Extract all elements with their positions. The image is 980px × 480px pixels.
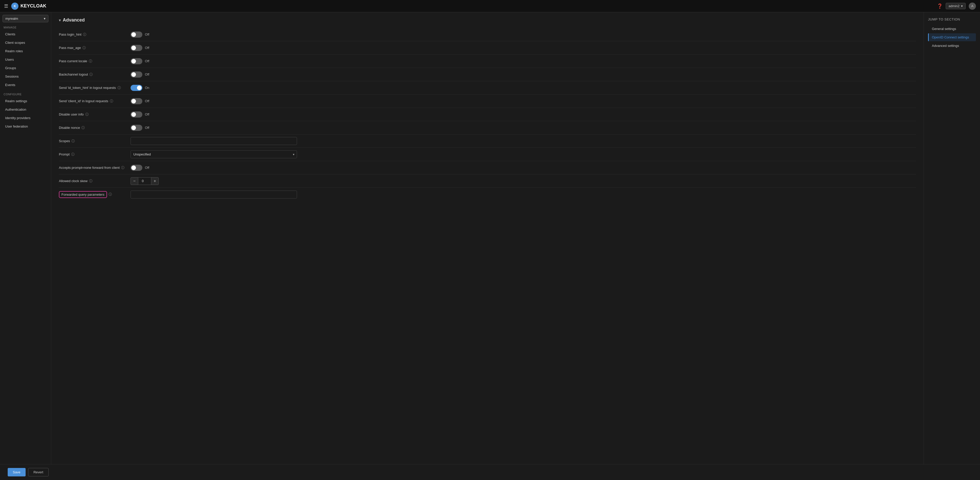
disable-nonce-label: Disable nonce bbox=[59, 126, 80, 129]
backchannel-logout-help-icon[interactable]: ⓘ bbox=[89, 72, 93, 77]
scopes-label: Scopes bbox=[59, 139, 70, 143]
save-button[interactable]: Save bbox=[8, 468, 25, 477]
right-panel: Jump to section General settings OpenID … bbox=[924, 12, 980, 464]
pass-max-age-value: Off bbox=[145, 46, 149, 50]
clock-skew-increment-button[interactable]: + bbox=[151, 177, 159, 185]
pass-current-locale-label: Pass current locale bbox=[59, 59, 87, 63]
field-pass-login-hint: Pass login_hint ⓘ Off bbox=[59, 28, 916, 41]
accepts-prompt-none-toggle[interactable] bbox=[130, 165, 142, 171]
field-accepts-prompt-none: Accepts prompt=none forward from client … bbox=[59, 161, 916, 174]
jump-advanced-settings[interactable]: Advanced settings bbox=[928, 42, 976, 50]
disable-user-info-help-icon[interactable]: ⓘ bbox=[85, 112, 89, 117]
menu-icon[interactable]: ☰ bbox=[4, 3, 8, 9]
disable-nonce-toggle[interactable] bbox=[130, 125, 142, 131]
accepts-prompt-none-value: Off bbox=[145, 166, 149, 169]
username-label: admin2 bbox=[948, 4, 959, 8]
scopes-input[interactable] bbox=[130, 137, 297, 145]
prompt-label: Prompt bbox=[59, 152, 70, 156]
forwarded-query-parameters-input[interactable] bbox=[130, 191, 297, 198]
sidebar-item-user-federation[interactable]: User federation bbox=[2, 123, 49, 131]
field-prompt: Prompt ⓘ Unspecified None Login Consent … bbox=[59, 148, 916, 161]
send-client-id-toggle[interactable] bbox=[130, 98, 142, 104]
field-backchannel-logout: Backchannel logout ⓘ Off bbox=[59, 68, 916, 81]
user-menu[interactable]: admin2 ▾ bbox=[946, 3, 966, 9]
advanced-chevron-icon: ▾ bbox=[59, 18, 60, 22]
pass-max-age-label: Pass max_age bbox=[59, 46, 81, 50]
sidebar-item-clients[interactable]: Clients bbox=[2, 30, 49, 38]
field-scopes: Scopes ⓘ bbox=[59, 134, 916, 148]
pass-current-locale-toggle[interactable] bbox=[130, 58, 142, 64]
disable-user-info-label: Disable user info bbox=[59, 112, 84, 116]
send-client-id-help-icon[interactable]: ⓘ bbox=[110, 99, 113, 104]
clock-skew-decrement-button[interactable]: − bbox=[130, 177, 138, 185]
sidebar-item-users[interactable]: Users bbox=[2, 56, 49, 64]
field-forwarded-query-parameters: Forwarded query parameters ⓘ bbox=[59, 188, 916, 201]
send-id-token-hint-value: On bbox=[145, 86, 149, 90]
clock-skew-input[interactable] bbox=[138, 177, 151, 185]
topbar-logo: K KEYCLOAK bbox=[11, 3, 937, 10]
sidebar-item-sessions[interactable]: Sessions bbox=[2, 72, 49, 80]
sidebar-item-client-scopes[interactable]: Client scopes bbox=[2, 39, 49, 46]
field-pass-max-age: Pass max_age ⓘ Off bbox=[59, 41, 916, 54]
advanced-section-header[interactable]: ▾ Advanced bbox=[59, 18, 916, 23]
jump-openid-connect-settings[interactable]: OpenID Connect settings bbox=[928, 33, 976, 41]
advanced-section-title: Advanced bbox=[63, 18, 85, 23]
sidebar-item-authentication[interactable]: Authentication bbox=[2, 105, 49, 113]
revert-button[interactable]: Revert bbox=[28, 468, 49, 477]
sidebar-item-events[interactable]: Events bbox=[2, 81, 49, 89]
pass-current-locale-help-icon[interactable]: ⓘ bbox=[89, 59, 92, 64]
layout: myrealm ▾ Manage Clients Client scopes R… bbox=[0, 12, 980, 464]
main: ▾ Advanced Pass login_hint ⓘ Off bbox=[51, 12, 980, 464]
pass-login-hint-help-icon[interactable]: ⓘ bbox=[83, 32, 86, 37]
logo-icon: K bbox=[11, 3, 18, 10]
forwarded-query-parameters-label: Forwarded query parameters bbox=[59, 191, 107, 198]
jump-general-settings[interactable]: General settings bbox=[928, 25, 976, 33]
configure-section-label: Configure bbox=[0, 89, 51, 97]
send-id-token-hint-label: Send 'id_token_hint' in logout requests bbox=[59, 86, 116, 90]
allowed-clock-skew-label: Allowed clock skew bbox=[59, 179, 88, 183]
pass-login-hint-label: Pass login_hint bbox=[59, 32, 81, 37]
forwarded-query-parameters-help-icon[interactable]: ⓘ bbox=[108, 192, 112, 197]
sidebar-item-identity-providers[interactable]: Identity providers bbox=[2, 114, 49, 122]
pass-login-hint-toggle[interactable] bbox=[130, 32, 142, 38]
pass-max-age-toggle[interactable] bbox=[130, 45, 142, 51]
disable-user-info-toggle[interactable] bbox=[130, 112, 142, 118]
jump-to-section-title: Jump to section bbox=[928, 18, 976, 21]
sidebar-item-realm-settings[interactable]: Realm settings bbox=[2, 97, 49, 105]
send-id-token-hint-help-icon[interactable]: ⓘ bbox=[118, 86, 121, 90]
accepts-prompt-none-label: Accepts prompt=none forward from client bbox=[59, 166, 119, 169]
prompt-select[interactable]: Unspecified None Login Consent Select ac… bbox=[130, 150, 297, 158]
scopes-help-icon[interactable]: ⓘ bbox=[72, 139, 75, 144]
send-id-token-hint-toggle[interactable] bbox=[130, 85, 142, 91]
logo-text: KEYCLOAK bbox=[21, 3, 46, 9]
pass-max-age-help-icon[interactable]: ⓘ bbox=[83, 46, 86, 50]
sidebar: myrealm ▾ Manage Clients Client scopes R… bbox=[0, 12, 51, 464]
send-client-id-value: Off bbox=[145, 99, 149, 103]
field-send-id-token-hint: Send 'id_token_hint' in logout requests … bbox=[59, 81, 916, 94]
sidebar-item-realm-roles[interactable]: Realm roles bbox=[2, 47, 49, 55]
backchannel-logout-value: Off bbox=[145, 72, 149, 77]
backchannel-logout-toggle[interactable] bbox=[130, 72, 142, 78]
disable-nonce-value: Off bbox=[145, 126, 149, 129]
topbar: ☰ K KEYCLOAK ❓ admin2 ▾ A bbox=[0, 0, 980, 12]
send-client-id-label: Send 'client_id' in logout requests bbox=[59, 99, 108, 103]
accepts-prompt-none-help-icon[interactable]: ⓘ bbox=[121, 166, 124, 170]
avatar[interactable]: A bbox=[969, 3, 976, 10]
field-pass-current-locale: Pass current locale ⓘ Off bbox=[59, 54, 916, 68]
help-icon[interactable]: ❓ bbox=[937, 3, 943, 9]
sidebar-item-groups[interactable]: Groups bbox=[2, 64, 49, 72]
field-disable-nonce: Disable nonce ⓘ Off bbox=[59, 121, 916, 134]
field-send-client-id: Send 'client_id' in logout requests ⓘ Of… bbox=[59, 94, 916, 108]
field-disable-user-info: Disable user info ⓘ Off bbox=[59, 108, 916, 121]
content-area: ▾ Advanced Pass login_hint ⓘ Off bbox=[51, 12, 924, 464]
realm-name: myrealm bbox=[5, 17, 18, 21]
realm-selector[interactable]: myrealm ▾ bbox=[3, 15, 48, 22]
disable-nonce-help-icon[interactable]: ⓘ bbox=[81, 126, 85, 130]
topbar-right: ❓ admin2 ▾ A bbox=[937, 3, 976, 10]
allowed-clock-skew-help-icon[interactable]: ⓘ bbox=[89, 179, 92, 183]
prompt-help-icon[interactable]: ⓘ bbox=[71, 152, 75, 157]
pass-login-hint-value: Off bbox=[145, 32, 149, 37]
manage-section-label: Manage bbox=[0, 22, 51, 30]
realm-chevron-icon: ▾ bbox=[44, 17, 46, 21]
disable-user-info-value: Off bbox=[145, 112, 149, 116]
